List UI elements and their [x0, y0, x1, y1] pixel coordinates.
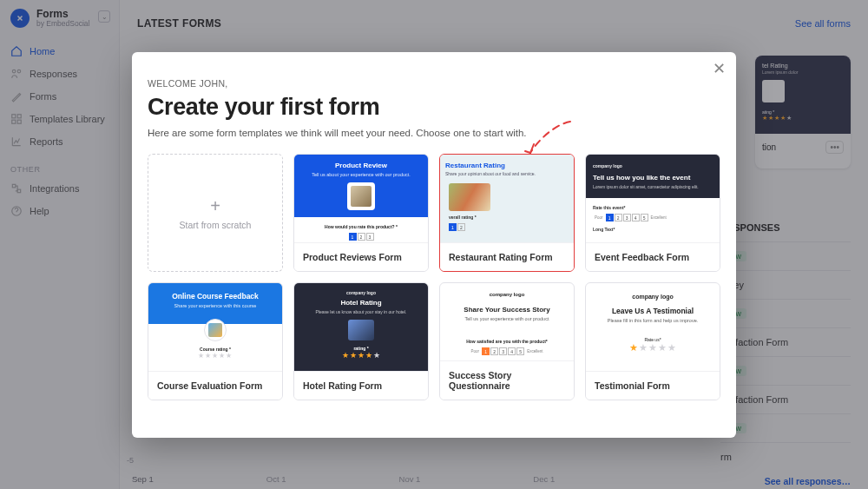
template-label: Restaurant Rating Form: [440, 242, 574, 271]
template-hotel-rating[interactable]: company logo Hotel Rating Please let us …: [293, 282, 429, 400]
template-label: Course Evaluation Form: [148, 371, 282, 400]
hotel-image-icon: [348, 320, 374, 340]
template-course-evaluation[interactable]: Online Course Feedback Share your experi…: [148, 282, 283, 400]
template-event-feedback[interactable]: company logo Tell us how you like the ev…: [585, 154, 720, 272]
template-label: Testimonial Form: [586, 371, 720, 400]
template-label: Start from scratch: [180, 220, 252, 230]
product-image-icon: [347, 182, 375, 210]
template-grid: + Start from scratch Product Review Tell…: [148, 154, 720, 400]
template-testimonial[interactable]: company logo Leave Us A Testimonial Plea…: [585, 282, 720, 400]
plus-icon: +: [210, 196, 220, 216]
modal-subtitle: Here are some form templates we think wi…: [148, 128, 720, 138]
welcome-text: WELCOME JOHN,: [148, 78, 720, 89]
template-label: Product Reviews Form: [294, 242, 428, 271]
template-restaurant-rating[interactable]: Restaurant Rating Share your opinion abo…: [439, 154, 575, 272]
template-product-reviews[interactable]: Product Review Tell us about your experi…: [293, 154, 429, 272]
callout-arrow-icon: [518, 116, 579, 169]
template-label: Hotel Rating Form: [294, 371, 428, 400]
course-image-icon: [204, 319, 227, 341]
template-label: Event Feedback Form: [586, 242, 720, 271]
close-icon[interactable]: ✕: [713, 59, 726, 78]
template-label: Success Story Questionnaire: [440, 360, 574, 400]
modal-title: Create your first form: [148, 94, 720, 121]
template-success-story[interactable]: company logo Share Your Success Story Te…: [439, 282, 575, 400]
template-scratch[interactable]: + Start from scratch: [148, 154, 283, 272]
onboarding-modal: ✕ WELCOME JOHN, Create your first form H…: [132, 52, 736, 438]
food-image-icon: [449, 183, 490, 211]
